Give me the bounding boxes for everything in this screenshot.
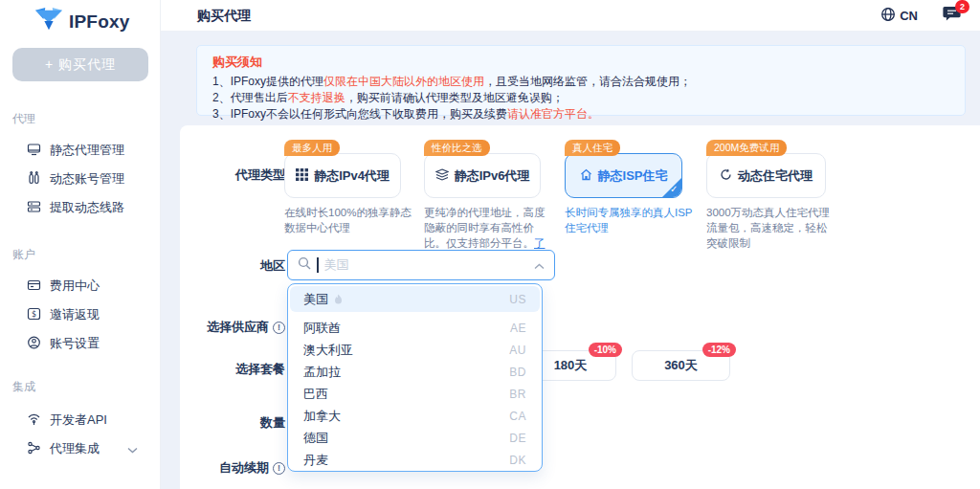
- server-icon: [27, 200, 41, 216]
- fox-logo-icon: [34, 8, 63, 36]
- info-icon[interactable]: !: [273, 462, 285, 475]
- type-card-name: 静态IPv6代理: [455, 167, 530, 185]
- globe-icon: [880, 7, 896, 25]
- region-option-bd[interactable]: 孟加拉BD: [290, 361, 540, 383]
- supplier-label: 选择供应商!: [174, 319, 285, 336]
- plan-label: 选择套餐: [174, 361, 285, 378]
- sidebar-item-extract-lines[interactable]: 提取动态线路: [27, 199, 151, 216]
- type-desc: 3000万动态真人住宅代理流量包，高速稳定，轻松突破限制: [706, 205, 835, 251]
- sidebar-item-account-settings[interactable]: 账号设置: [27, 335, 151, 352]
- region-option-us[interactable]: 美国 US: [290, 286, 540, 312]
- region-option-dk[interactable]: 丹麦DK: [290, 449, 540, 471]
- home-icon: [580, 168, 592, 184]
- integration-icon: [27, 441, 41, 457]
- type-badge: 最多人用: [284, 140, 340, 156]
- type-desc: 长时间专属独享的真人ISP住宅代理: [565, 205, 693, 235]
- nav-section-integration: 集成: [12, 379, 35, 395]
- type-card-ipv6[interactable]: 静态IPv6代理: [424, 153, 541, 198]
- purchase-notice: 购买须知 1、IPFoxy提供的代理仅限在中国大陆以外的地区使用，且受当地网络监…: [196, 45, 966, 116]
- chevron-up-icon: [534, 256, 545, 274]
- locale-label: CN: [900, 9, 918, 23]
- type-badge: 性价比之选: [424, 140, 490, 156]
- sliders-icon: [27, 171, 41, 188]
- sidebar-item-label: 静态代理管理: [50, 142, 124, 159]
- grid-icon: [296, 168, 308, 184]
- page-title: 购买代理: [197, 8, 251, 25]
- messages-button[interactable]: 2: [943, 6, 961, 26]
- search-icon: [298, 256, 311, 274]
- region-search-input[interactable]: 美国: [287, 250, 555, 280]
- region-option-ae[interactable]: 阿联酋AE: [290, 317, 540, 339]
- monitor-icon: [27, 143, 41, 159]
- type-card-name: 静态IPv4代理: [314, 167, 390, 185]
- type-card-name: 静态ISP住宅: [598, 167, 668, 185]
- sidebar-item-label: 代理集成: [50, 440, 100, 457]
- sidebar-item-developer-api[interactable]: 开发者API: [27, 411, 151, 429]
- buy-proxy-page: IPFoxy + 购买代理 代理 静态代理管理 动态账号管理 提取动态线路 账户…: [0, 0, 980, 489]
- sidebar-item-referral[interactable]: $ 邀请返现: [27, 306, 151, 323]
- layers-icon: [435, 168, 449, 184]
- auto-renew-label: 自动续期!: [174, 459, 285, 477]
- discount-badge: -12%: [702, 343, 736, 357]
- nav-section-proxy: 代理: [12, 111, 35, 127]
- plan-name: 180天: [554, 357, 588, 374]
- plan-name: 360天: [664, 357, 698, 374]
- proxy-type-label: 代理类型: [174, 167, 285, 184]
- region-option-br[interactable]: 巴西BR: [290, 383, 540, 405]
- hot-flame-icon: [333, 294, 344, 305]
- sidebar-item-label: 开发者API: [50, 411, 107, 429]
- text-cursor: [317, 257, 319, 273]
- sidebar-item-proxy-integration[interactable]: 代理集成: [27, 440, 151, 457]
- region-dropdown: 美国 US 阿联酋AE 澳大利亚AU 孟加拉BD 巴西BR 加拿大CA 德国DE…: [287, 283, 543, 472]
- api-icon: [27, 412, 41, 429]
- info-icon[interactable]: !: [273, 322, 285, 334]
- quantity-label: 数量: [174, 414, 285, 432]
- card-icon: [27, 278, 41, 295]
- sidebar-item-label: 动态账号管理: [50, 170, 124, 188]
- unread-count-badge: 2: [955, 0, 969, 13]
- type-badge: 200M免费试用: [706, 140, 787, 156]
- type-desc: 在线时长100%的独享静态数据中心代理: [284, 205, 412, 235]
- discount-badge: -10%: [589, 343, 622, 357]
- type-badge: 真人住宅: [565, 140, 620, 156]
- type-card-isp[interactable]: 静态ISP住宅 ✓: [565, 153, 682, 198]
- brand-name: IPFoxy: [69, 11, 130, 33]
- sidebar-item-static-proxy[interactable]: 静态代理管理: [27, 142, 151, 159]
- notice-item: 1、IPFoxy提供的代理仅限在中国大陆以外的地区使用，且受当地网络监管，请合法…: [212, 74, 949, 90]
- sidebar-item-label: 账号设置: [50, 335, 100, 352]
- plan-card-360[interactable]: 360天 -12%: [632, 350, 730, 381]
- notice-item: 3、IPFoxy不会以任何形式向您线下收取费用，购买及续费请认准官方平台。: [212, 106, 949, 122]
- sidebar-item-dynamic-account[interactable]: 动态账号管理: [27, 170, 151, 188]
- nav-section-account: 账户: [12, 247, 35, 263]
- type-card-name: 动态住宅代理: [738, 167, 813, 185]
- region-label: 地区: [174, 257, 285, 275]
- sidebar-item-label: 邀请返现: [50, 306, 100, 323]
- sidebar-item-billing[interactable]: 费用中心: [27, 278, 151, 295]
- region-option-au[interactable]: 澳大利亚AU: [290, 339, 540, 361]
- sidebar-item-label: 费用中心: [50, 278, 100, 295]
- type-card-dynamic[interactable]: 动态住宅代理: [706, 153, 826, 198]
- buy-proxy-button[interactable]: + 购买代理: [12, 48, 148, 81]
- notice-title: 购买须知: [212, 54, 949, 71]
- sidebar-item-label: 提取动态线路: [50, 199, 124, 216]
- notice-item: 2、代理售出后不支持退换，购买前请确认代理类型及地区避免误购；: [212, 90, 949, 106]
- selected-check-icon: ✓: [661, 177, 682, 198]
- top-header: 购买代理 CN 2: [161, 0, 980, 32]
- region-placeholder: 美国: [324, 256, 349, 274]
- svg-text:$: $: [32, 310, 36, 319]
- chevron-down-icon: [127, 442, 138, 456]
- sidebar: IPFoxy + 购买代理 代理 静态代理管理 动态账号管理 提取动态线路 账户…: [0, 0, 161, 489]
- brand-logo[interactable]: IPFoxy: [34, 8, 130, 36]
- region-option-de[interactable]: 德国DE: [290, 427, 540, 449]
- region-option-ca[interactable]: 加拿大CA: [290, 405, 540, 427]
- refresh-icon: [720, 168, 732, 184]
- type-card-ipv4[interactable]: 静态IPv4代理: [284, 153, 401, 198]
- user-icon: [27, 336, 41, 352]
- language-switcher[interactable]: CN: [880, 7, 918, 25]
- dollar-icon: $: [27, 307, 41, 323]
